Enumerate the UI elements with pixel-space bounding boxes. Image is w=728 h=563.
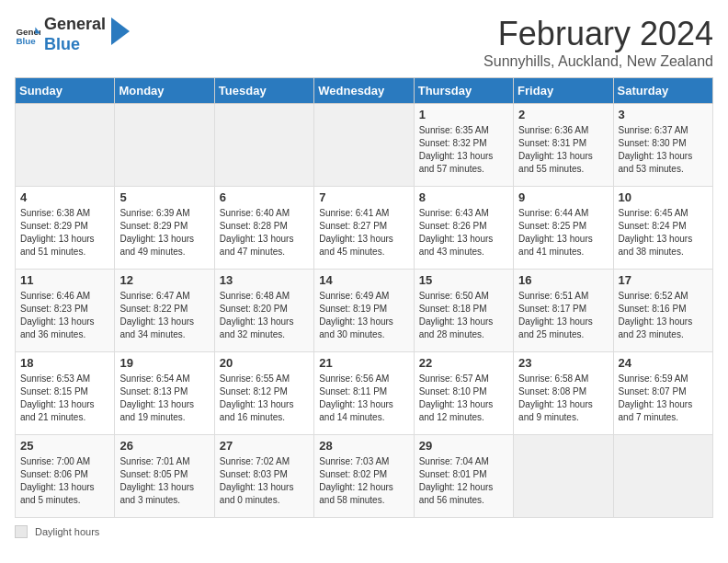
weekday-thursday: Thursday xyxy=(414,78,513,104)
day-number: 1 xyxy=(419,108,508,121)
day-number: 5 xyxy=(119,190,209,204)
day-number: 15 xyxy=(419,273,508,287)
calendar-cell xyxy=(16,104,115,187)
day-info: Sunrise: 6:54 AMSunset: 8:13 PMDaylight:… xyxy=(119,373,209,424)
day-info: Sunrise: 6:59 AMSunset: 8:07 PMDaylight:… xyxy=(619,373,708,424)
day-number: 29 xyxy=(419,439,508,453)
calendar-cell: 8 Sunrise: 6:43 AMSunset: 8:26 PMDayligh… xyxy=(414,187,513,270)
calendar-cell: 21 Sunrise: 6:56 AMSunset: 8:11 PMDaylig… xyxy=(314,352,414,435)
calendar-table: SundayMondayTuesdayWednesdayThursdayFrid… xyxy=(15,77,713,518)
day-info: Sunrise: 6:50 AMSunset: 8:18 PMDaylight:… xyxy=(419,290,508,341)
calendar-cell: 13 Sunrise: 6:48 AMSunset: 8:20 PMDaylig… xyxy=(214,270,313,352)
weekday-saturday: Saturday xyxy=(613,78,712,104)
day-info: Sunrise: 6:36 AMSunset: 8:31 PMDaylight:… xyxy=(518,124,608,176)
day-info: Sunrise: 6:48 AMSunset: 8:20 PMDaylight:… xyxy=(220,290,309,341)
weekday-tuesday: Tuesday xyxy=(214,78,313,104)
day-info: Sunrise: 6:47 AMSunset: 8:22 PMDaylight:… xyxy=(119,290,209,341)
calendar-cell: 16 Sunrise: 6:51 AMSunset: 8:17 PMDaylig… xyxy=(514,270,613,352)
calendar-cell: 19 Sunrise: 6:54 AMSunset: 8:13 PMDaylig… xyxy=(115,352,214,435)
calendar-cell: 1 Sunrise: 6:35 AMSunset: 8:32 PMDayligh… xyxy=(414,104,513,187)
calendar-cell: 14 Sunrise: 6:49 AMSunset: 8:19 PMDaylig… xyxy=(314,270,414,352)
day-info: Sunrise: 6:46 AMSunset: 8:23 PMDaylight:… xyxy=(20,290,109,341)
day-number: 26 xyxy=(119,439,209,453)
day-number: 25 xyxy=(20,439,109,453)
calendar-cell: 27 Sunrise: 7:02 AMSunset: 8:03 PMDaylig… xyxy=(214,435,313,518)
week-row-4: 18 Sunrise: 6:53 AMSunset: 8:15 PMDaylig… xyxy=(16,352,713,435)
week-row-3: 11 Sunrise: 6:46 AMSunset: 8:23 PMDaylig… xyxy=(16,270,713,352)
day-number: 22 xyxy=(419,356,508,370)
month-title: February 2024 xyxy=(483,15,713,53)
day-info: Sunrise: 6:40 AMSunset: 8:28 PMDaylight:… xyxy=(220,207,309,259)
day-number: 13 xyxy=(220,273,309,287)
calendar-cell: 26 Sunrise: 7:01 AMSunset: 8:05 PMDaylig… xyxy=(115,435,214,518)
calendar-cell: 22 Sunrise: 6:57 AMSunset: 8:10 PMDaylig… xyxy=(414,352,513,435)
day-number: 7 xyxy=(319,190,408,204)
day-number: 20 xyxy=(220,356,309,370)
day-number: 8 xyxy=(419,190,508,204)
calendar-cell xyxy=(314,104,414,187)
daylight-legend-label: Daylight hours xyxy=(35,526,99,537)
logo-icon: General Blue xyxy=(15,22,40,48)
day-number: 19 xyxy=(119,356,209,370)
day-number: 16 xyxy=(518,273,608,287)
logo-general: General xyxy=(44,15,106,35)
day-info: Sunrise: 7:04 AMSunset: 8:01 PMDaylight:… xyxy=(419,455,508,507)
title-area: February 2024 Sunnyhills, Auckland, New … xyxy=(483,15,713,70)
weekday-wednesday: Wednesday xyxy=(314,78,414,104)
day-info: Sunrise: 6:49 AMSunset: 8:19 PMDaylight:… xyxy=(319,290,408,341)
calendar-cell: 18 Sunrise: 6:53 AMSunset: 8:15 PMDaylig… xyxy=(16,352,115,435)
day-number: 6 xyxy=(220,190,309,204)
calendar-cell: 4 Sunrise: 6:38 AMSunset: 8:29 PMDayligh… xyxy=(16,187,115,270)
calendar-body: 1 Sunrise: 6:35 AMSunset: 8:32 PMDayligh… xyxy=(16,104,713,518)
day-info: Sunrise: 6:55 AMSunset: 8:12 PMDaylight:… xyxy=(220,373,309,424)
calendar-cell: 9 Sunrise: 6:44 AMSunset: 8:25 PMDayligh… xyxy=(514,187,613,270)
day-info: Sunrise: 6:43 AMSunset: 8:26 PMDaylight:… xyxy=(419,207,508,259)
day-info: Sunrise: 7:02 AMSunset: 8:03 PMDaylight:… xyxy=(220,455,309,507)
calendar-cell: 17 Sunrise: 6:52 AMSunset: 8:16 PMDaylig… xyxy=(613,270,712,352)
day-number: 14 xyxy=(319,273,408,287)
day-number: 28 xyxy=(319,439,408,453)
day-info: Sunrise: 6:44 AMSunset: 8:25 PMDaylight:… xyxy=(518,207,608,259)
day-info: Sunrise: 6:57 AMSunset: 8:10 PMDaylight:… xyxy=(419,373,508,424)
day-number: 23 xyxy=(518,356,608,370)
calendar-cell: 10 Sunrise: 6:45 AMSunset: 8:24 PMDaylig… xyxy=(613,187,712,270)
day-number: 21 xyxy=(319,356,408,370)
calendar-cell xyxy=(214,104,313,187)
day-info: Sunrise: 7:01 AMSunset: 8:05 PMDaylight:… xyxy=(119,455,209,507)
location-title: Sunnyhills, Auckland, New Zealand xyxy=(483,53,713,70)
daylight-legend-box xyxy=(15,525,28,538)
calendar-cell xyxy=(115,104,214,187)
calendar-cell: 24 Sunrise: 6:59 AMSunset: 8:07 PMDaylig… xyxy=(613,352,712,435)
day-number: 17 xyxy=(619,273,708,287)
day-number: 11 xyxy=(20,273,109,287)
week-row-5: 25 Sunrise: 7:00 AMSunset: 8:06 PMDaylig… xyxy=(16,435,713,518)
day-info: Sunrise: 7:00 AMSunset: 8:06 PMDaylight:… xyxy=(20,455,109,507)
calendar-cell: 28 Sunrise: 7:03 AMSunset: 8:02 PMDaylig… xyxy=(314,435,414,518)
logo: General Blue General Blue xyxy=(15,15,130,54)
logo-arrow-icon xyxy=(111,17,130,45)
day-number: 9 xyxy=(518,190,608,204)
weekday-friday: Friday xyxy=(514,78,613,104)
weekday-monday: Monday xyxy=(115,78,214,104)
day-number: 3 xyxy=(619,108,708,121)
calendar-cell: 7 Sunrise: 6:41 AMSunset: 8:27 PMDayligh… xyxy=(314,187,414,270)
week-row-2: 4 Sunrise: 6:38 AMSunset: 8:29 PMDayligh… xyxy=(16,187,713,270)
calendar-cell: 3 Sunrise: 6:37 AMSunset: 8:30 PMDayligh… xyxy=(613,104,712,187)
calendar-cell: 5 Sunrise: 6:39 AMSunset: 8:29 PMDayligh… xyxy=(115,187,214,270)
day-info: Sunrise: 6:41 AMSunset: 8:27 PMDaylight:… xyxy=(319,207,408,259)
calendar-cell: 11 Sunrise: 6:46 AMSunset: 8:23 PMDaylig… xyxy=(16,270,115,352)
day-info: Sunrise: 6:58 AMSunset: 8:08 PMDaylight:… xyxy=(518,373,608,424)
calendar-cell: 25 Sunrise: 7:00 AMSunset: 8:06 PMDaylig… xyxy=(16,435,115,518)
svg-text:Blue: Blue xyxy=(16,35,36,45)
day-info: Sunrise: 6:51 AMSunset: 8:17 PMDaylight:… xyxy=(518,290,608,341)
day-info: Sunrise: 6:39 AMSunset: 8:29 PMDaylight:… xyxy=(119,207,209,259)
calendar-cell: 6 Sunrise: 6:40 AMSunset: 8:28 PMDayligh… xyxy=(214,187,313,270)
day-number: 10 xyxy=(619,190,708,204)
day-info: Sunrise: 6:35 AMSunset: 8:32 PMDaylight:… xyxy=(419,124,508,176)
day-info: Sunrise: 6:38 AMSunset: 8:29 PMDaylight:… xyxy=(20,207,109,259)
day-number: 12 xyxy=(119,273,209,287)
calendar-cell xyxy=(613,435,712,518)
calendar-cell: 20 Sunrise: 6:55 AMSunset: 8:12 PMDaylig… xyxy=(214,352,313,435)
calendar-cell: 29 Sunrise: 7:04 AMSunset: 8:01 PMDaylig… xyxy=(414,435,513,518)
calendar-cell: 2 Sunrise: 6:36 AMSunset: 8:31 PMDayligh… xyxy=(514,104,613,187)
